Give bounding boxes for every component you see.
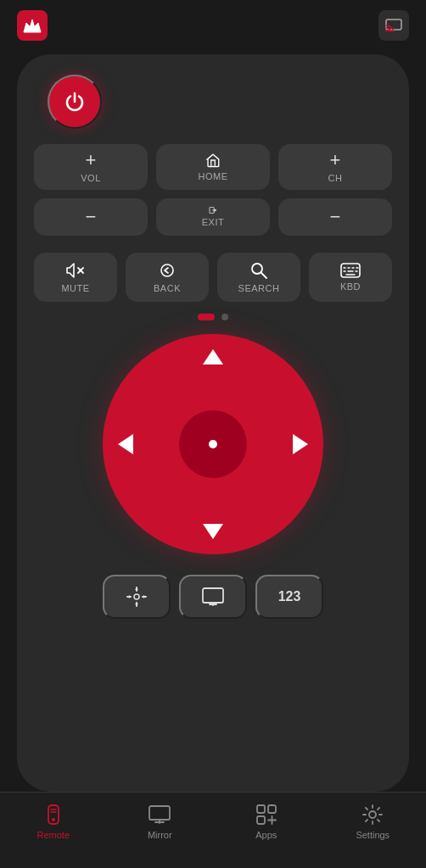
ch-minus-icon: − — [330, 208, 341, 226]
tab-remote[interactable]: Remote — [0, 803, 107, 840]
home-exit-group: HOME EXIT — [156, 144, 270, 236]
svg-line-5 — [261, 273, 267, 279]
dot-1 — [198, 314, 215, 320]
apps-tab-icon — [255, 803, 278, 826]
svg-rect-16 — [203, 588, 223, 603]
mute-label: MUTE — [61, 283, 89, 293]
cast-button[interactable] — [378, 10, 409, 41]
dpad-container — [103, 334, 323, 554]
move-button[interactable] — [103, 575, 171, 619]
dpad-up-button[interactable] — [201, 348, 225, 366]
display-button[interactable] — [179, 575, 247, 619]
svg-rect-28 — [257, 816, 265, 824]
vol-minus-icon: − — [86, 208, 97, 226]
vol-plus-icon: + — [86, 151, 97, 170]
num-label: 123 — [278, 589, 301, 604]
tab-mirror[interactable]: Mirror — [107, 803, 214, 840]
mirror-tab-icon — [148, 803, 171, 826]
dot-2 — [221, 314, 228, 320]
dpad-right-button[interactable] — [291, 432, 310, 456]
tab-apps[interactable]: Apps — [213, 803, 320, 840]
tab-bar: Remote Mirror Apps — [0, 792, 426, 868]
mute-button[interactable]: MUTE — [34, 253, 117, 302]
dpad-center-dot — [209, 440, 217, 448]
kbd-button[interactable]: KBD — [309, 253, 392, 302]
ch-up-button[interactable]: + CH — [278, 144, 392, 190]
nav-grid: + VOL − HOME EXIT — [34, 144, 392, 244]
search-label: SEARCH — [238, 283, 280, 293]
mirror-tab-label: Mirror — [148, 830, 172, 840]
ch-down-button[interactable]: − — [278, 198, 392, 236]
exit-label: EXIT — [202, 217, 224, 227]
back-label: BACK — [154, 283, 181, 293]
remote-body: + VOL − HOME EXIT — [17, 54, 409, 792]
vol-label: VOL — [81, 173, 101, 183]
app-logo — [17, 10, 48, 41]
svg-rect-23 — [149, 806, 170, 820]
remote-tab-icon — [42, 803, 65, 826]
svg-point-29 — [369, 811, 376, 818]
ch-plus-icon: + — [330, 151, 341, 170]
svg-point-15 — [134, 594, 139, 599]
top-bar — [0, 0, 426, 47]
dpad-center-button[interactable] — [179, 410, 247, 478]
svg-rect-26 — [257, 805, 265, 813]
dpad[interactable] — [103, 334, 323, 554]
kbd-label: KBD — [340, 281, 361, 292]
num-button[interactable]: 123 — [255, 575, 323, 619]
apps-tab-label: Apps — [255, 830, 277, 840]
vol-down-button[interactable]: − — [34, 198, 148, 236]
home-button[interactable]: HOME — [156, 144, 270, 190]
settings-tab-icon — [361, 803, 384, 826]
vol-up-button[interactable]: + VOL — [34, 144, 148, 190]
svg-point-20 — [52, 818, 55, 821]
home-label: HOME — [199, 171, 228, 181]
svg-rect-27 — [268, 805, 276, 813]
remote-tab-label: Remote — [36, 830, 70, 840]
bottom-controls: 123 — [34, 575, 392, 619]
ch-label: CH — [328, 173, 343, 183]
search-button[interactable]: SEARCH — [217, 253, 300, 302]
func-row: MUTE BACK SEARCH — [34, 253, 392, 302]
settings-tab-label: Settings — [356, 830, 390, 840]
page-indicator — [198, 314, 228, 320]
exit-button[interactable]: EXIT — [156, 198, 270, 236]
dpad-left-button[interactable] — [116, 432, 135, 456]
power-button[interactable] — [48, 75, 102, 129]
dpad-down-button[interactable] — [201, 522, 225, 541]
tab-settings[interactable]: Settings — [320, 803, 427, 840]
back-button[interactable]: BACK — [126, 253, 209, 302]
